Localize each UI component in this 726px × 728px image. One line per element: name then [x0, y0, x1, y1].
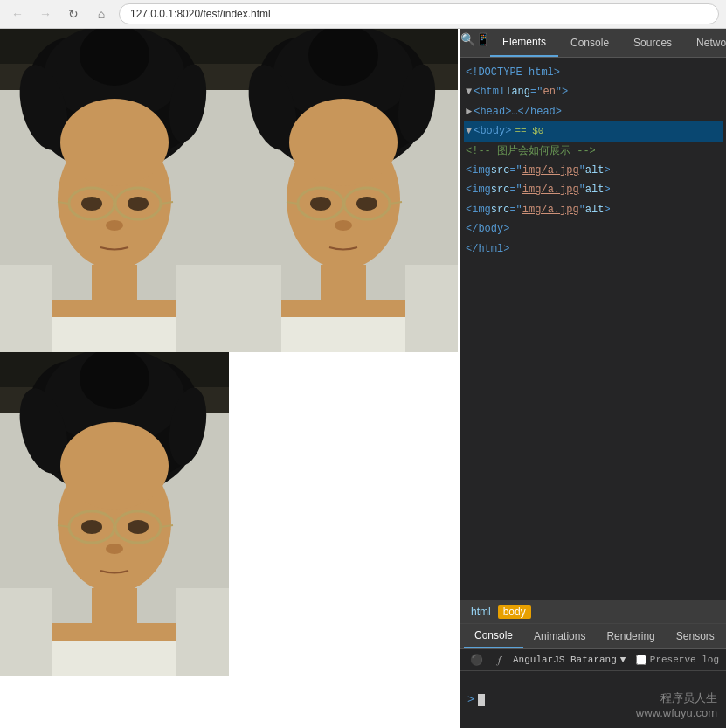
svg-rect-74 [0, 588, 52, 676]
console-tabs: Console Animations Rendering Sensors [460, 624, 726, 649]
img3-close: > [604, 201, 610, 218]
main-area: 🔍 📱 Elements Console Sources Network <!D… [0, 29, 726, 728]
lang-attr: lang [505, 83, 530, 101]
photo-svg-2 [229, 29, 458, 352]
dom-line-html[interactable]: ▼ <html lang =" en "> [464, 82, 723, 101]
alt-attr3: alt [585, 201, 605, 218]
svg-point-70 [106, 544, 123, 554]
reload-button[interactable]: ↻ [63, 3, 84, 24]
svg-point-37 [289, 99, 398, 186]
source-name: AngularJS Batarang [513, 655, 617, 665]
clear-console-button[interactable]: ⚫ [467, 651, 485, 669]
alt-attr1: alt [585, 162, 605, 179]
console-tab-console[interactable]: Console [464, 624, 523, 648]
svg-point-62 [60, 422, 169, 510]
filter-button[interactable]: 𝑓 [490, 651, 508, 669]
doctype-text: <!DOCTYPE html> [466, 64, 560, 81]
triangle-html[interactable]: ▼ [466, 83, 472, 101]
img1-alt: " [579, 162, 585, 179]
head-tag: <head>…</head> [474, 103, 562, 121]
elements-panel: <!DOCTYPE html> ▼ <html lang =" en "> ► … [460, 58, 726, 600]
console-toolbar: ⚫ 𝑓 AngularJS Batarang ▼ Preserve log [460, 649, 726, 671]
tab-elements[interactable]: Elements [490, 29, 558, 57]
svg-rect-24 [0, 265, 52, 352]
console-cursor [478, 694, 485, 706]
img1-open: <img [466, 162, 491, 179]
console-tab-sensors[interactable]: Sensors [666, 624, 725, 648]
browser-chrome: ← → ↻ ⌂ 127.0.0.1:8020/test/index.html [0, 0, 726, 29]
tab-network[interactable]: Network [684, 29, 726, 57]
tab-sources[interactable]: Sources [621, 29, 684, 57]
svg-point-20 [106, 220, 123, 231]
console-input-area[interactable]: > [460, 671, 726, 728]
img2-close: > [604, 181, 610, 198]
img2-open: <img [466, 181, 491, 198]
img3-open: <img [466, 201, 491, 218]
body-tag: <body> [474, 122, 511, 140]
dom-badge: == $0 [515, 123, 543, 140]
eq3: =" [509, 181, 522, 198]
console-prompt: > [467, 693, 474, 706]
body-close-tag: </body> [466, 220, 509, 238]
svg-point-18 [81, 197, 102, 211]
comment-text: <!-- 图片会如何展示 --> [466, 142, 596, 160]
dom-line-doctype[interactable]: <!DOCTYPE html> [464, 63, 723, 82]
title-bar: ← → ↻ ⌂ 127.0.0.1:8020/test/index.html [0, 0, 726, 28]
eq4: =" [509, 201, 522, 218]
console-tab-animations[interactable]: Animations [523, 624, 596, 648]
preserve-log-container: Preserve log [636, 655, 719, 665]
dom-line-img3[interactable]: <img src =" img/a.jpg " alt > [464, 200, 723, 219]
photo-row-1 [0, 29, 460, 352]
device-icon[interactable]: 📱 [475, 29, 490, 50]
svg-point-68 [81, 520, 102, 534]
img3-alt: " [579, 201, 585, 218]
devtools-tabs: 🔍 📱 Elements Console Sources Network [460, 29, 726, 58]
preserve-log-checkbox[interactable] [636, 655, 646, 665]
img2-alt: " [579, 181, 585, 198]
address-bar[interactable]: 127.0.0.1:8020/test/index.html [119, 3, 719, 24]
svg-point-69 [128, 520, 149, 534]
back-button[interactable]: ← [7, 3, 28, 24]
dom-line-img2[interactable]: <img src =" img/a.jpg " alt > [464, 180, 723, 199]
dom-line-img1[interactable]: <img src =" img/a.jpg " alt > [464, 161, 723, 180]
dom-line-head[interactable]: ► <head>…</head> [464, 102, 723, 121]
html-close-tag: </html> [466, 240, 509, 258]
dom-line-body-close[interactable]: </body> [464, 219, 723, 239]
svg-point-19 [128, 197, 149, 211]
svg-rect-49 [229, 265, 281, 352]
html-tag: <html [474, 83, 505, 101]
home-button[interactable]: ⌂ [91, 3, 112, 24]
lang-value: en [543, 83, 555, 101]
inspect-icon[interactable]: 🔍 [460, 29, 475, 50]
photo-svg-3 [0, 352, 229, 676]
svg-point-44 [356, 197, 377, 211]
photo-item-1 [0, 29, 229, 352]
forward-button[interactable]: → [35, 3, 56, 24]
devtools-panel: 🔍 📱 Elements Console Sources Network <!D… [460, 29, 726, 728]
src-val3: img/a.jpg [522, 201, 579, 218]
svg-point-45 [335, 220, 352, 231]
photo-item-2 [229, 29, 458, 352]
console-tab-rendering[interactable]: Rendering [596, 624, 665, 648]
triangle-head[interactable]: ► [466, 103, 472, 121]
svg-point-43 [310, 197, 331, 211]
src-val1: img/a.jpg [522, 162, 579, 179]
address-text: 127.0.0.1:8020/test/index.html [130, 8, 271, 20]
console-source-label: AngularJS Batarang ▼ [513, 655, 626, 665]
breadcrumb-body[interactable]: body [498, 605, 531, 619]
eq1: =" [530, 83, 543, 101]
dom-line-html-close[interactable]: </html> [464, 239, 723, 259]
dom-line-comment[interactable]: <!-- 图片会如何展示 --> [464, 142, 723, 161]
page-content [0, 29, 460, 728]
alt-attr2: alt [585, 181, 605, 198]
html-close: "> [556, 83, 568, 101]
tab-console[interactable]: Console [558, 29, 621, 57]
src-attr1: src [491, 162, 510, 179]
photo-svg-1 [0, 29, 229, 352]
console-panel: Console Animations Rendering Sensors ⚫ 𝑓… [460, 623, 726, 728]
dom-line-body[interactable]: ▼ <body> == $0 [464, 121, 723, 141]
triangle-body[interactable]: ▼ [466, 122, 472, 140]
dropdown-arrow[interactable]: ▼ [620, 655, 626, 665]
svg-rect-50 [405, 265, 458, 352]
breadcrumb-html[interactable]: html [467, 604, 494, 620]
